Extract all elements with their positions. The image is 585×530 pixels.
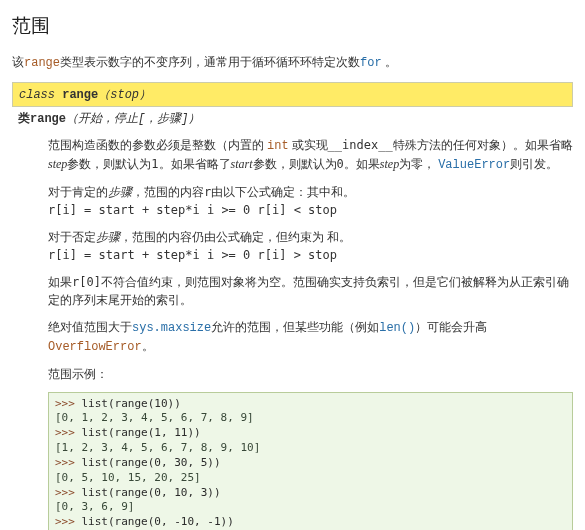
p3-step: 步骤 [96, 230, 120, 244]
p2-formula: r[i] = start + step*i i >= 0 r[i] < stop [48, 203, 337, 217]
p1-t2: 或实现 [292, 138, 328, 152]
python-input: list(range(0, -10, -1)) [82, 515, 234, 528]
p1-t5: 。如果省略了 [159, 157, 231, 171]
range-class-link[interactable]: range [24, 56, 60, 70]
p5-dot: 。 [142, 339, 154, 353]
examples-label: 范围示例： [48, 365, 573, 383]
python-output: [1, 2, 3, 4, 5, 6, 7, 8, 9, 10] [55, 441, 566, 456]
p2-step: 步骤 [108, 185, 132, 199]
p2-t3: 由以下公式确定：其中和。 [211, 185, 355, 199]
p2-t2: ，范围的内容 [132, 185, 204, 199]
sig1-arg-stop: stop [110, 88, 139, 102]
index-dunder: __index__ [328, 138, 393, 152]
p3-t1: 对于否定 [48, 230, 96, 244]
p4-t1: 如果 [48, 275, 72, 289]
python-output: [0, 3, 6, 9] [55, 500, 566, 515]
sig2-c1: ， [102, 112, 114, 126]
p3-t2: ，范围的内容仍由公式确定，但约束为 和。 [120, 230, 351, 244]
sig2-p2: 停止 [114, 112, 138, 126]
python-prompt: >>> [55, 426, 82, 439]
positive-step-paragraph: 对于肯定的步骤，范围的内容r由以下公式确定：其中和。r[i] = start +… [48, 183, 573, 219]
p1-t3: 特殊方法的任何对象）。如果省略 [393, 138, 573, 152]
p5-t3: ）可能会升高 [415, 320, 487, 334]
p1-step2: step [380, 157, 399, 171]
python-output: [0, 5, 10, 15, 20, 25] [55, 471, 566, 486]
description-body: 范围构造函数的参数必须是整数（内置的 int 或实现__index__特殊方法的… [48, 136, 573, 531]
python-prompt: >>> [55, 515, 82, 528]
p3-formula: r[i] = start + step*i i >= 0 r[i] > stop [48, 248, 337, 262]
sig1-name: range [62, 88, 98, 102]
sig2-c2: ， [145, 112, 157, 126]
p1-t6: 参数，则默认为 [253, 157, 337, 171]
sig1-close: ） [139, 88, 151, 102]
python-prompt: >>> [55, 456, 82, 469]
sig2-close: ） [188, 112, 200, 126]
page-title: 范围 [12, 12, 573, 41]
python-prompt: >>> [55, 397, 82, 410]
intro-text-1: 该 [12, 55, 24, 69]
sys-maxsize-link[interactable]: sys.maxsize [132, 321, 211, 335]
sig1-open: （ [98, 88, 110, 102]
class-signature-full: 类range（开始，停止[，步骤]） [12, 107, 573, 130]
intro-text-2: 类型表示数字的不变序列，通常用于循环循环环特定次数 [60, 55, 360, 69]
p5-t2: 允许的范围，但某些功能（例如 [211, 320, 379, 334]
python-input: list(range(0, 30, 5)) [82, 456, 221, 469]
empty-range-paragraph: 如果r[0]不符合值约束，则范围对象将为空。范围确实支持负索引，但是它们被解释为… [48, 273, 573, 309]
p1-t9: 则引发。 [510, 157, 558, 171]
sig2-name: range [30, 112, 66, 126]
python-output: [0, 1, 2, 3, 4, 5, 6, 7, 8, 9] [55, 411, 566, 426]
class-signature-stop: class range（stop） [12, 82, 573, 107]
python-prompt: >>> [55, 486, 82, 499]
sig2-class-kw: 类 [18, 111, 30, 125]
constructor-paragraph: 范围构造函数的参数必须是整数（内置的 int 或实现__index__特殊方法的… [48, 136, 573, 174]
sig2-p3: 步骤 [157, 112, 181, 126]
p1-t7: 。如果 [344, 157, 380, 171]
examples-code-block: >>> list(range(10))[0, 1, 2, 3, 4, 5, 6,… [48, 392, 573, 531]
maxsize-paragraph: 绝对值范围大于sys.maxsize允许的范围，但某些功能（例如len()）可能… [48, 318, 573, 356]
intro-paragraph: 该range类型表示数字的不变序列，通常用于循环循环环特定次数for 。 [12, 53, 573, 72]
negative-step-paragraph: 对于否定步骤，范围的内容仍由公式确定，但约束为 和。r[i] = start +… [48, 228, 573, 264]
intro-text-3: 。 [382, 55, 397, 69]
p5-t1: 绝对值范围大于 [48, 320, 132, 334]
sig2-p1: 开始 [78, 112, 102, 126]
for-keyword-link[interactable]: for [360, 56, 382, 70]
p1-step: step [48, 157, 67, 171]
python-input: list(range(0, 10, 3)) [82, 486, 221, 499]
len-link[interactable]: len() [379, 321, 415, 335]
python-input: list(range(1, 11)) [82, 426, 201, 439]
p1-zero: 0 [337, 157, 344, 171]
sig1-class-kw: class [19, 88, 62, 102]
int-link[interactable]: int [267, 139, 289, 153]
p1-t4: 参数，则默认为 [67, 157, 151, 171]
sig2-open: （ [66, 112, 78, 126]
python-input: list(range(10)) [82, 397, 181, 410]
p1-one: 1 [151, 157, 158, 171]
p1-t8: 为零， [399, 157, 435, 171]
p1-start: start [231, 157, 253, 171]
overflowerror-link[interactable]: OverflowError [48, 340, 142, 354]
valueerror-link[interactable]: ValueError [438, 158, 510, 172]
p1-t1: 范围构造函数的参数必须是整数（内置的 [48, 138, 267, 152]
p4-r0: r[0] [72, 275, 101, 289]
p4-t2: 不符合值约束，则范围对象将为空。范围确实支持负索引，但是它们被解释为从正索引确定… [48, 275, 569, 307]
p2-t1: 对于肯定的 [48, 185, 108, 199]
